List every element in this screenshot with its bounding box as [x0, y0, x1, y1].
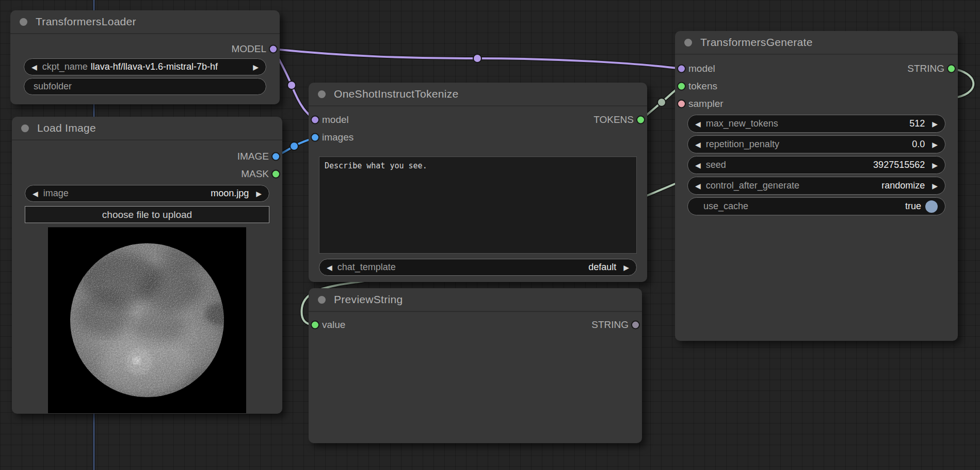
widget-control-after-generate[interactable]: ◀ control_after_generate randomize ▶ — [687, 177, 945, 195]
widget-label: seed — [706, 160, 726, 170]
arrow-right-icon[interactable]: ▶ — [932, 182, 938, 190]
input-slot-images[interactable] — [311, 133, 319, 142]
widget-value: randomize — [881, 180, 925, 191]
widget-label: use_cache — [703, 201, 748, 212]
widget-seed[interactable]: ◀ seed 3927515562 ▶ — [687, 156, 945, 174]
reroute-dot[interactable] — [473, 54, 481, 62]
output-label-mask: MASK — [241, 168, 269, 180]
node-titlebar[interactable]: Load Image — [12, 117, 282, 140]
node-title: TransformersLoader — [36, 15, 136, 28]
widget-label: control_after_generate — [706, 180, 799, 191]
input-label-model: model — [322, 114, 349, 126]
widget-label: subfolder — [34, 81, 72, 92]
widget-subfolder[interactable]: subfolder — [24, 78, 266, 95]
output-label-string: STRING — [907, 63, 944, 74]
collapse-dot-icon[interactable] — [318, 90, 326, 98]
arrow-left-icon[interactable]: ◀ — [695, 140, 701, 149]
widget-label: max_new_tokens — [706, 118, 778, 129]
arrow-right-icon[interactable]: ▶ — [932, 161, 938, 169]
reroute-dot[interactable] — [290, 142, 298, 150]
arrow-left-icon[interactable]: ◀ — [327, 263, 332, 272]
upload-button[interactable]: choose file to upload — [25, 206, 269, 223]
reroute-dot[interactable] — [657, 98, 666, 106]
collapse-dot-icon[interactable] — [684, 39, 692, 46]
reroute-dot[interactable] — [287, 81, 296, 89]
output-label-image: IMAGE — [237, 151, 269, 162]
widget-value: default — [588, 262, 616, 273]
node-oneshot-instruct-tokenize[interactable]: OneShotInstructTokenize model TOKENS ima… — [309, 83, 647, 282]
node-titlebar[interactable]: TransformersGenerate — [675, 31, 958, 55]
arrow-left-icon[interactable]: ◀ — [33, 190, 38, 198]
arrow-right-icon[interactable]: ▶ — [253, 63, 259, 71]
arrow-left-icon[interactable]: ◀ — [695, 182, 701, 190]
node-preview-string[interactable]: PreviewString value STRING — [309, 288, 642, 443]
widget-value: true — [905, 201, 921, 212]
output-slot-string[interactable] — [631, 321, 640, 330]
arrow-right-icon[interactable]: ▶ — [932, 120, 938, 128]
widget-max-new-tokens[interactable]: ◀ max_new_tokens 512 ▶ — [687, 115, 945, 133]
input-label-tokens: tokens — [688, 81, 717, 92]
toggle-on-icon[interactable] — [925, 200, 938, 213]
widget-value: llava-hf/llava-v1.6-mistral-7b-hf — [91, 61, 218, 72]
output-slot-tokens[interactable] — [636, 116, 645, 124]
widget-label: repetition_penalty — [706, 139, 779, 150]
collapse-dot-icon[interactable] — [318, 296, 326, 304]
output-slot-model[interactable] — [269, 45, 278, 54]
widget-ckpt-name[interactable]: ◀ ckpt_name llava-hf/llava-v1.6-mistral-… — [24, 58, 266, 75]
arrow-right-icon[interactable]: ▶ — [256, 190, 262, 198]
node-graph-canvas[interactable]: TransformersLoader MODEL ◀ ckpt_name lla… — [0, 0, 980, 470]
input-slot-value[interactable] — [311, 321, 319, 330]
output-slot-mask[interactable] — [271, 170, 280, 179]
node-titlebar[interactable]: PreviewString — [309, 288, 642, 312]
input-slot-sampler[interactable] — [677, 100, 686, 108]
widget-value: 0.0 — [912, 139, 925, 150]
input-slot-model[interactable] — [311, 116, 319, 124]
node-titlebar[interactable]: TransformersLoader — [10, 10, 280, 34]
node-title: OneShotInstructTokenize — [334, 88, 459, 100]
node-title: Load Image — [37, 122, 96, 134]
input-label-images: images — [322, 132, 354, 143]
input-slot-tokens[interactable] — [677, 82, 686, 91]
widget-repetition-penalty[interactable]: ◀ repetition_penalty 0.0 ▶ — [687, 135, 945, 153]
widget-label: chat_template — [338, 262, 396, 273]
input-label-sampler: sampler — [688, 98, 724, 109]
widget-label: ckpt_name — [42, 61, 88, 72]
output-label-tokens: TOKENS — [593, 114, 634, 126]
output-label-model: MODEL — [231, 43, 266, 55]
arrow-left-icon[interactable]: ◀ — [31, 63, 37, 71]
collapse-dot-icon[interactable] — [20, 18, 27, 26]
node-title: PreviewString — [334, 293, 403, 306]
widget-value: 512 — [909, 118, 925, 129]
widget-use-cache[interactable]: use_cache true — [687, 197, 945, 215]
output-slot-string[interactable] — [947, 65, 956, 73]
widget-label: image — [43, 188, 69, 199]
input-label-value: value — [322, 319, 345, 331]
node-titlebar[interactable]: OneShotInstructTokenize — [309, 83, 647, 106]
input-label-model: model — [688, 63, 715, 74]
widget-value: 3927515562 — [873, 160, 925, 170]
output-label-string: STRING — [591, 319, 629, 331]
widget-image-file[interactable]: ◀ image moon.jpg ▶ — [25, 185, 269, 202]
node-transformers-loader[interactable]: TransformersLoader MODEL ◀ ckpt_name lla… — [10, 10, 280, 104]
node-transformers-generate[interactable]: TransformersGenerate model STRING tokens… — [675, 31, 958, 341]
node-title: TransformersGenerate — [700, 36, 813, 49]
widget-chat-template[interactable]: ◀ chat_template default ▶ — [319, 259, 637, 276]
prompt-textarea[interactable]: Describe what you see. — [319, 156, 637, 254]
arrow-right-icon[interactable]: ▶ — [623, 263, 629, 272]
image-preview-moon — [48, 227, 246, 413]
collapse-dot-icon[interactable] — [21, 124, 29, 132]
output-slot-image[interactable] — [271, 152, 280, 161]
widget-value: moon.jpg — [211, 188, 249, 199]
input-slot-model[interactable] — [677, 65, 686, 73]
arrow-left-icon[interactable]: ◀ — [695, 161, 701, 169]
arrow-right-icon[interactable]: ▶ — [932, 140, 938, 149]
node-load-image[interactable]: Load Image IMAGE MASK ◀ image moon.jpg ▶… — [12, 117, 282, 414]
arrow-left-icon[interactable]: ◀ — [695, 120, 701, 128]
